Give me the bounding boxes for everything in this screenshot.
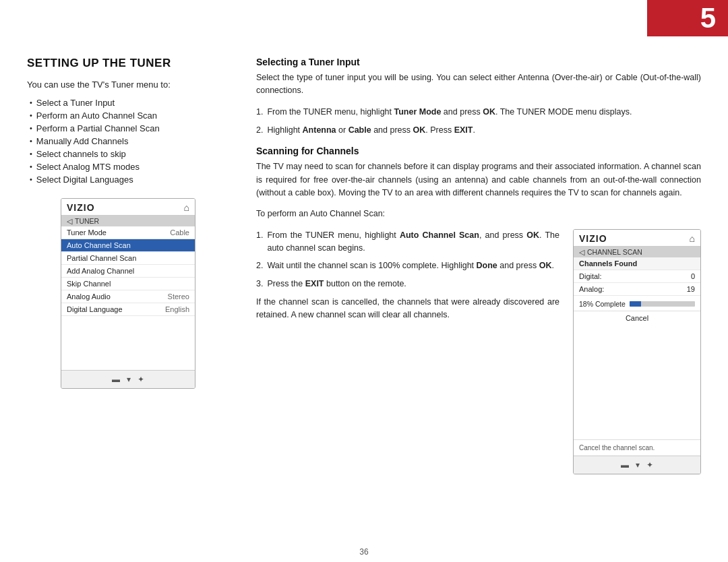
tuner-row-partial-scan: Partial Channel Scan <box>61 252 195 265</box>
selecting-tuner-body: Select the type of tuner input you will … <box>256 71 701 98</box>
list-item: Perform a Partial Channel Scan <box>30 122 236 135</box>
scanning-body2: To perform an Auto Channel Scan: <box>256 208 701 220</box>
page-footer: 36 <box>0 547 728 557</box>
settings-icon: ✦ <box>138 375 144 384</box>
channel-scan-header: VIZIO ⌂ <box>574 230 700 247</box>
menu-icon: ▬ <box>112 375 120 384</box>
channels-found-label: Channels Found <box>574 257 700 270</box>
channel-scan-footer: ▬ ▾ ✦ <box>574 456 700 474</box>
digital-count-row: Digital: 0 <box>574 270 700 283</box>
progress-bar-fill <box>630 301 641 307</box>
scan-step-2: 2. Wait until the channel scan is 100% c… <box>256 259 559 272</box>
scanning-section: 1. From the TUNER menu, highlight Auto C… <box>256 229 701 474</box>
tuner-row-auto-scan: Auto Channel Scan <box>61 239 195 252</box>
left-column: SETTING UP THE TUNER You can use the TV'… <box>27 57 236 528</box>
home-icon-scan: ⌂ <box>690 233 695 244</box>
selecting-steps: 1. From the TUNER menu, highlight Tuner … <box>256 106 701 137</box>
scanning-body1: The TV may need to scan for channels bef… <box>256 160 701 199</box>
channel-scan-breadcrumb: ◁ CHANNEL SCAN <box>574 247 700 257</box>
tuner-menu: VIZIO ⌂ ◁ TUNER Tuner Mode Cable Auto Ch… <box>61 198 195 389</box>
scan-steps: 1. From the TUNER menu, highlight Auto C… <box>256 229 559 290</box>
scanning-body3: If the channel scan is cancelled, the ch… <box>256 296 559 322</box>
right-column: Selecting a Tuner Input Select the type … <box>256 57 701 528</box>
tuner-row-skip: Skip Channel <box>61 278 195 290</box>
down-icon2: ▾ <box>636 460 640 470</box>
down-icon: ▾ <box>127 375 131 384</box>
scanning-title: Scanning for Channels <box>256 146 701 156</box>
list-item: Select channels to skip <box>30 148 236 160</box>
list-item: Select Digital Languages <box>30 173 236 186</box>
selecting-tuner-title: Selecting a Tuner Input <box>256 57 701 67</box>
cancel-row[interactable]: Cancel <box>574 311 700 325</box>
channel-scan-menu: VIZIO ⌂ ◁ CHANNEL SCAN Channels Found Di… <box>573 229 701 474</box>
progress-row: 18% Complete <box>574 296 700 311</box>
page-label: 36 <box>359 547 368 557</box>
step-1: 1. From the TUNER menu, highlight Tuner … <box>256 106 701 119</box>
page-number: 5 <box>700 4 716 32</box>
scan-step-3: 3. Press the EXIT button on the remote. <box>256 278 559 290</box>
tuner-row-analog-audio: Analog Audio Stereo <box>61 290 195 303</box>
vizio-logo: VIZIO <box>67 202 95 213</box>
list-item: Manually Add Channels <box>30 135 236 148</box>
step-2: 2. Highlight Antenna or Cable and press … <box>256 124 701 137</box>
tuner-menu-footer: ▬ ▾ ✦ <box>61 370 195 388</box>
tuner-menu-header: VIZIO ⌂ <box>61 199 195 216</box>
tuner-row-add-analog: Add Analog Channel <box>61 265 195 278</box>
scanning-text: 1. From the TUNER menu, highlight Auto C… <box>256 229 559 330</box>
scan-caption: Cancel the channel scan. <box>574 439 700 456</box>
analog-count-row: Analog: 19 <box>574 283 700 296</box>
list-item: Select Analog MTS modes <box>30 160 236 173</box>
intro-text: You can use the TV's Tuner menu to: <box>27 80 236 90</box>
vizio-logo-scan: VIZIO <box>579 233 607 244</box>
section-title: SETTING UP THE TUNER <box>27 57 236 70</box>
scan-step-1: 1. From the TUNER menu, highlight Auto C… <box>256 229 559 255</box>
tuner-breadcrumb: ◁ TUNER <box>61 216 195 226</box>
list-item: Select a Tuner Input <box>30 96 236 109</box>
main-content: SETTING UP THE TUNER You can use the TV'… <box>0 36 728 542</box>
home-icon: ⌂ <box>184 202 189 213</box>
menu-icon2: ▬ <box>621 460 629 470</box>
header-bar: 5 <box>647 0 728 36</box>
tuner-row-digital-lang: Digital Language English <box>61 303 195 316</box>
bullet-list: Select a Tuner Input Perform an Auto Cha… <box>30 96 236 186</box>
list-item: Perform an Auto Channel Scan <box>30 109 236 122</box>
progress-bar-bg <box>630 301 695 307</box>
tuner-row-mode: Tuner Mode Cable <box>61 226 195 239</box>
settings-icon2: ✦ <box>646 460 653 470</box>
